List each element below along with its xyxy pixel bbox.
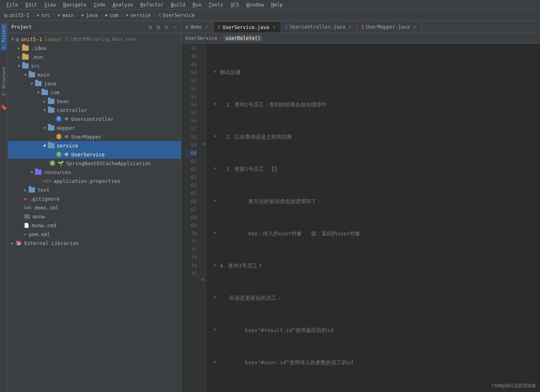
menu-icon[interactable]: ≡	[163, 24, 170, 30]
mvnwcmd-icon: 📄	[24, 223, 29, 228]
menu-window[interactable]: Window	[243, 1, 267, 8]
bc-java[interactable]: java	[86, 12, 98, 18]
tree-item-pomxml[interactable]: = pom.xml	[8, 230, 181, 239]
menu-analyze[interactable]: Analyze	[110, 1, 137, 8]
tree-item-controller[interactable]: controller	[8, 106, 181, 114]
bc-userservice[interactable]: UserService	[163, 12, 195, 18]
code-line-56: * key="#user.id"使用传入的参数的员工的id	[210, 359, 536, 367]
layout-icon[interactable]: ⊞	[155, 24, 162, 30]
tree-item-test[interactable]: test	[8, 185, 181, 194]
code-line-55: * key="#result.id"使用返回后的id	[210, 326, 536, 334]
panel-actions: ⚙ ⊞ ≡ −	[147, 24, 178, 30]
menu-vcs[interactable]: VCS	[227, 1, 243, 8]
tree-label-mvnw: mvnw	[33, 214, 45, 220]
tree-item-mapper[interactable]: mapper	[8, 123, 181, 132]
tab-demo-close[interactable]: ×	[204, 24, 210, 30]
code-editor[interactable]: * 测试步骤： * 1、查询1号员工；查到的结果会放在缓存中 * 2、以后查询还…	[206, 44, 540, 392]
bookmark-icon[interactable]: 🔖	[0, 104, 7, 110]
settings-icon[interactable]: ⚙	[147, 24, 154, 30]
root-module-icon: ▤	[16, 36, 19, 42]
editor-bc-base[interactable]: UserService	[185, 35, 217, 41]
editor-area: ⚙ demo × C UserService.java × C Usercont…	[181, 21, 540, 392]
tree-item-app[interactable]: S 🌱 SpringBoot01CacheApplication	[8, 159, 181, 168]
tree-item-gitignore[interactable]: ◆ .gitignore	[8, 194, 181, 203]
tree-item-src[interactable]: src	[8, 61, 181, 70]
tree-item-mvnw[interactable]: 01 mvnw	[8, 212, 181, 221]
menu-file[interactable]: File	[3, 1, 21, 8]
collapse-icon[interactable]: −	[171, 24, 178, 30]
tree-item-service[interactable]: service	[8, 141, 181, 150]
tree-label-com: com	[50, 89, 60, 95]
tree-item-java[interactable]: java	[8, 79, 181, 88]
ln-51: 51	[185, 77, 197, 85]
tree-item-idea[interactable]: .idea	[8, 44, 181, 52]
gutter-fold-icon[interactable]: ⊟	[201, 277, 204, 282]
folder-idea-icon	[22, 46, 29, 51]
tree-item-resources[interactable]: resources	[8, 168, 181, 176]
bc-main[interactable]: main	[62, 12, 74, 18]
tree-label-bean: bean	[57, 98, 69, 104]
vis-icon-app: 🌱	[58, 160, 64, 166]
folder-controller-icon	[48, 108, 54, 113]
bc-com[interactable]: com	[110, 12, 118, 18]
mvnw-icon: 01	[24, 214, 30, 219]
menu-navigate[interactable]: Navigate	[60, 1, 90, 8]
menu-build[interactable]: Build	[168, 1, 189, 8]
bc-unit5[interactable]: unit5-1	[9, 12, 29, 18]
tree-item-com[interactable]: com	[8, 88, 181, 97]
tree-item-bean[interactable]: bean	[8, 97, 181, 106]
ln-67: 67	[185, 205, 197, 214]
tree-label-ext-libs: External Libraries	[24, 240, 79, 246]
ln-68: 68	[185, 214, 197, 222]
tree-item-ext-libs[interactable]: 📚 External Libraries	[8, 239, 181, 247]
menu-code[interactable]: Code	[91, 1, 109, 8]
arrow-main	[24, 73, 27, 77]
bc-src[interactable]: src	[42, 12, 50, 18]
class-app-icon: S	[50, 160, 55, 166]
tab-usermapper-label: UserMapper.java	[366, 24, 409, 30]
tab-userservice-close[interactable]: ×	[271, 25, 277, 30]
tab-usercontroller[interactable]: C Usercontroller.java ×	[281, 21, 357, 33]
folder-mapper-icon	[48, 125, 54, 131]
editor-bc-method[interactable]: userDelete()	[224, 35, 263, 41]
tree-item-mvn[interactable]: .mvn	[8, 52, 181, 61]
tree-item-userservice[interactable]: C 👁 UserService	[8, 150, 181, 159]
tab-structure[interactable]: Z- Structure	[1, 65, 7, 97]
tree-item-usermapper[interactable]: I 👁 UserMapper	[8, 132, 181, 141]
arrow-test	[24, 188, 27, 192]
bc-service[interactable]: service	[131, 12, 151, 18]
tree-item-main[interactable]: main	[8, 70, 181, 79]
arrow-mapper	[44, 126, 46, 130]
gutter-run-icon[interactable]: →	[201, 140, 205, 147]
tree-item-usercontroller[interactable]: C 👁 Usercontroller	[8, 114, 181, 123]
project-panel: Project ⚙ ⊞ ≡ − ▤ unit5-1 [demo] E:\教学资料…	[8, 21, 181, 392]
tab-usercontroller-close[interactable]: ×	[347, 24, 353, 30]
menu-help[interactable]: Help	[268, 1, 286, 8]
iml-icon: iml	[24, 205, 32, 210]
tree-label-src: src	[31, 63, 40, 69]
tree-item-iml[interactable]: iml demo.iml	[8, 203, 181, 212]
editor-gutter: → ⊟	[201, 44, 206, 392]
tree-item-root[interactable]: ▤ unit5-1 [demo] E:\教学资料\Spring_Boot_boo…	[8, 35, 181, 44]
tree-label-userservice: UserService	[71, 151, 105, 158]
code-line-54: * 应该是更新后的员工：	[210, 294, 536, 302]
tree-label-test: test	[37, 187, 50, 193]
arrow-bean	[44, 99, 46, 104]
menu-refactor[interactable]: Refactor	[137, 1, 167, 8]
tree-item-mvnwcmd[interactable]: 📄 mvnw.cmd	[8, 221, 181, 230]
menu-tools[interactable]: Tools	[206, 1, 226, 8]
tab-usercontroller-label: Usercontroller.java	[290, 24, 345, 30]
ln-50: 50	[185, 68, 197, 77]
menu-run[interactable]: Run	[189, 1, 205, 8]
menu-edit[interactable]: Edit	[22, 1, 40, 8]
tab-usermapper-close[interactable]: ×	[412, 24, 417, 30]
tab-project[interactable]: 1: Project	[1, 23, 7, 51]
ln-61: 61	[185, 157, 197, 165]
ln-59: 59	[185, 141, 197, 149]
file-tree: ▤ unit5-1 [demo] E:\教学资料\Spring_Boot_boo…	[8, 33, 181, 392]
tree-item-app-properties[interactable]: </> application.properties	[8, 176, 181, 185]
menu-view[interactable]: View	[41, 1, 59, 8]
tab-demo[interactable]: ⚙ demo ×	[181, 21, 214, 33]
tab-usermapper[interactable]: I UserMapper.java ×	[357, 21, 422, 33]
tab-userservice[interactable]: C UserService.java ×	[214, 21, 281, 33]
